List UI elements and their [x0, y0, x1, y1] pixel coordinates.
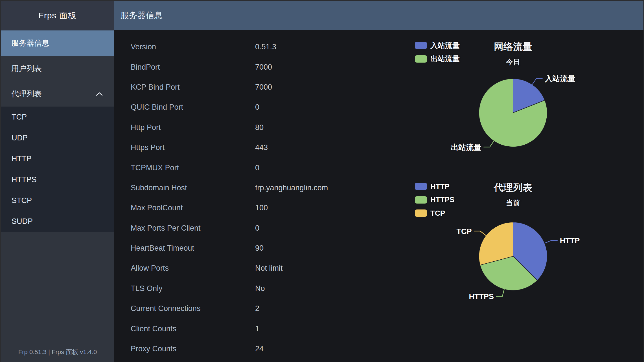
sidebar-subitem-stcp[interactable]: STCP [1, 190, 114, 211]
info-value: 80 [255, 123, 264, 132]
info-label: Max PoolCount [131, 204, 255, 212]
sidebar: Frps 面板 服务器信息 用户列表 代理列表 TCPUDPHTTPHTTPSS… [1, 1, 114, 362]
sidebar-subitem-udp[interactable]: UDP [1, 127, 114, 148]
info-value: 90 [255, 244, 264, 253]
pie-svg: HTTPHTTPSTCP [406, 171, 620, 361]
info-label: TCPMUX Port [131, 164, 255, 172]
info-row: QUIC Bind Port0 [131, 97, 328, 117]
info-label: Max Ports Per Client [131, 224, 255, 233]
info-value: 1 [255, 325, 259, 333]
sidebar-item-label: 服务器信息 [11, 38, 49, 48]
sidebar-subitem-tcp[interactable]: TCP [1, 107, 114, 127]
sidebar-footer-version: Frp 0.51.3 | Frps 面板 v1.4.0 [1, 348, 114, 356]
pie-label-https: HTTPS [469, 292, 494, 301]
pie-svg: 入站流量出站流量 [406, 30, 620, 172]
info-row: Version0.51.3 [131, 37, 328, 57]
info-row: BindPort7000 [131, 57, 328, 77]
sidebar-item-proxy-list[interactable]: 代理列表 [1, 81, 114, 107]
pie-leader-line [474, 231, 486, 236]
info-label: Proxy Counts [131, 345, 255, 353]
info-value: 0 [255, 164, 259, 172]
info-row: Proxy Counts24 [131, 339, 328, 359]
charts-panel: 网络流量 今日 入站流量出站流量 入站流量出站流量 代理列表 当前 HTTPHT… [406, 30, 620, 362]
info-value: frp.yanghuanglin.com [255, 184, 328, 192]
info-value: 24 [255, 345, 264, 353]
info-value: 0 [255, 224, 259, 233]
info-row: TCPMUX Port0 [131, 158, 328, 178]
info-row: Max Ports Per Client0 [131, 218, 328, 238]
sidebar-item-user-list[interactable]: 用户列表 [1, 56, 114, 81]
server-info-list: Version0.51.3BindPort7000KCP Bind Port70… [131, 37, 328, 359]
sidebar-subitem-http[interactable]: HTTP [1, 148, 114, 169]
app-frame: Frps 面板 服务器信息 用户列表 代理列表 TCPUDPHTTPHTTPSS… [0, 0, 644, 362]
sidebar-item-server-info[interactable]: 服务器信息 [1, 30, 114, 56]
info-label: HeartBeat Timeout [131, 244, 255, 253]
header-bar: 服务器信息 [114, 1, 643, 30]
chart-proxy-list: 代理列表 当前 HTTPHTTPSTCP HTTPHTTPSTCP [406, 171, 620, 361]
info-row: Https Port443 [131, 138, 328, 158]
info-row: Allow PortsNot limit [131, 258, 328, 278]
info-label: BindPort [131, 63, 255, 72]
info-label: Current Connections [131, 304, 255, 313]
pie-label-http: HTTP [560, 237, 580, 245]
info-label: Https Port [131, 143, 255, 152]
sidebar-subitem-https[interactable]: HTTPS [1, 169, 114, 190]
info-value: 0 [255, 103, 259, 112]
page-title: 服务器信息 [121, 10, 163, 21]
info-value: 7000 [255, 63, 272, 72]
pie-label-出站流量: 出站流量 [451, 143, 481, 152]
app-title: Frps 面板 [1, 1, 114, 30]
info-row: Client Counts1 [131, 319, 328, 339]
info-value: No [255, 284, 265, 293]
pie-leader-line [532, 78, 543, 85]
pie-label-入站流量: 入站流量 [545, 74, 575, 83]
info-row: TLS OnlyNo [131, 279, 328, 299]
info-row: Subdomain Hostfrp.yanghuanglin.com [131, 178, 328, 198]
info-label: TLS Only [131, 284, 255, 293]
sidebar-item-label: 用户列表 [11, 63, 42, 74]
info-value: 443 [255, 143, 268, 152]
info-label: Client Counts [131, 325, 255, 333]
content: Version0.51.3BindPort7000KCP Bind Port70… [114, 30, 643, 362]
info-label: Version [131, 43, 255, 51]
info-label: KCP Bind Port [131, 83, 255, 92]
info-label: Allow Ports [131, 264, 255, 273]
info-value: 0.51.3 [255, 43, 276, 51]
main-area: 服务器信息 Version0.51.3BindPort7000KCP Bind … [114, 1, 643, 362]
info-label: Http Port [131, 123, 255, 132]
info-label: QUIC Bind Port [131, 103, 255, 112]
sidebar-item-label: 代理列表 [11, 89, 42, 99]
pie-leader-line [496, 289, 504, 296]
pie-leader-line [545, 240, 558, 243]
info-value: 2 [255, 304, 259, 313]
info-value: 7000 [255, 83, 272, 92]
info-value: Not limit [255, 264, 283, 273]
sidebar-subitem-sudp[interactable]: SUDP [1, 211, 114, 232]
info-value: 100 [255, 204, 268, 212]
info-row: Http Port80 [131, 118, 328, 138]
info-row: Current Connections2 [131, 299, 328, 319]
pie-label-tcp: TCP [456, 227, 472, 236]
sidebar-menu: 服务器信息 用户列表 代理列表 TCPUDPHTTPHTTPSSTCPSUDP [1, 30, 114, 232]
info-label: Subdomain Host [131, 184, 255, 192]
info-row: KCP Bind Port7000 [131, 77, 328, 97]
info-row: Max PoolCount100 [131, 198, 328, 218]
chevron-up-icon [96, 92, 103, 96]
sidebar-submenu: TCPUDPHTTPHTTPSSTCPSUDP [1, 107, 114, 232]
info-row: HeartBeat Timeout90 [131, 238, 328, 258]
chart-network-traffic: 网络流量 今日 入站流量出站流量 入站流量出站流量 [406, 30, 620, 172]
pie-leader-line [483, 141, 494, 147]
